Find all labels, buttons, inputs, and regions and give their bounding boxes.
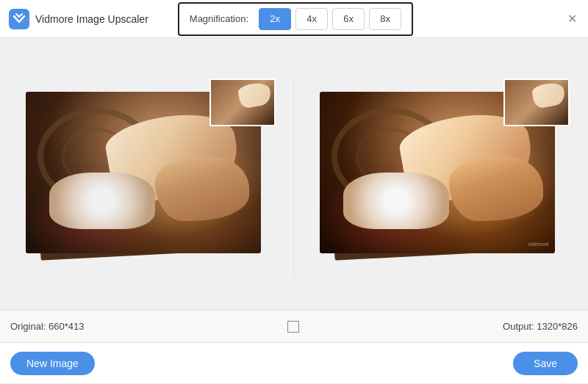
main-area: vidmore bbox=[0, 38, 588, 310]
output-thumb-hat bbox=[531, 81, 567, 109]
mag-8x-button[interactable]: 8x bbox=[369, 8, 401, 30]
mag-4x-button[interactable]: 4x bbox=[295, 8, 328, 30]
output-image-composite: vidmore bbox=[320, 86, 562, 262]
original-flowers-decor bbox=[49, 173, 155, 229]
magnification-label: Magnification: bbox=[190, 13, 248, 24]
output-thumbnail bbox=[503, 79, 570, 126]
new-image-button[interactable]: New Image bbox=[10, 352, 95, 375]
close-button[interactable]: ✕ bbox=[564, 12, 579, 26]
title-bar: Vidmore Image Upscaler Magnification: 2x… bbox=[0, 0, 588, 38]
output-face-shape bbox=[449, 156, 543, 221]
mag-2x-button[interactable]: 2x bbox=[259, 8, 291, 30]
output-flowers-decor bbox=[343, 173, 449, 229]
output-watermark: vidmore bbox=[528, 241, 549, 247]
original-image-composite bbox=[26, 86, 268, 262]
magnification-panel: Magnification: 2x 4x 6x 8x bbox=[178, 2, 413, 36]
compare-icon[interactable] bbox=[287, 321, 299, 333]
original-face-shape bbox=[155, 156, 249, 221]
save-button[interactable]: Save bbox=[513, 352, 578, 375]
app-logo bbox=[9, 9, 29, 29]
svg-rect-0 bbox=[9, 9, 29, 29]
mag-6x-button[interactable]: 6x bbox=[332, 8, 365, 30]
status-center bbox=[84, 321, 503, 333]
original-image-panel bbox=[0, 38, 294, 310]
original-dimensions: Original: 660*413 bbox=[10, 321, 84, 332]
status-bar: Original: 660*413 Output: 1320*826 bbox=[0, 310, 588, 342]
output-image-panel: vidmore bbox=[294, 38, 588, 310]
original-thumb-hat bbox=[237, 81, 273, 109]
output-dimensions: Output: 1320*826 bbox=[503, 321, 578, 332]
original-thumbnail bbox=[209, 79, 276, 126]
bottom-bar: New Image Save bbox=[0, 342, 588, 383]
app-title: Vidmore Image Upscaler bbox=[35, 13, 148, 25]
